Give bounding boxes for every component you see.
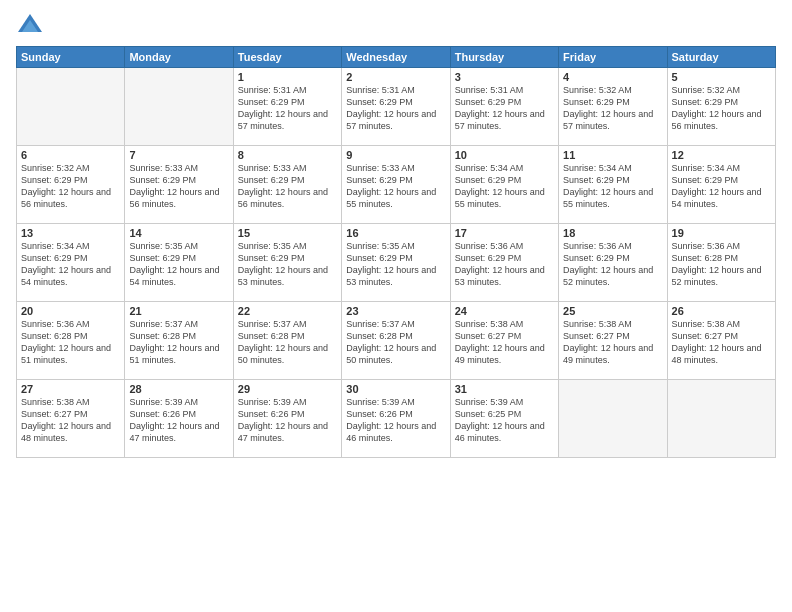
day-number: 1 bbox=[238, 71, 337, 83]
calendar-week-5: 27Sunrise: 5:38 AM Sunset: 6:27 PM Dayli… bbox=[17, 380, 776, 458]
calendar-cell: 28Sunrise: 5:39 AM Sunset: 6:26 PM Dayli… bbox=[125, 380, 233, 458]
day-info: Sunrise: 5:33 AM Sunset: 6:29 PM Dayligh… bbox=[129, 162, 228, 211]
calendar-cell: 19Sunrise: 5:36 AM Sunset: 6:28 PM Dayli… bbox=[667, 224, 775, 302]
calendar-cell: 5Sunrise: 5:32 AM Sunset: 6:29 PM Daylig… bbox=[667, 68, 775, 146]
day-number: 14 bbox=[129, 227, 228, 239]
calendar-week-3: 13Sunrise: 5:34 AM Sunset: 6:29 PM Dayli… bbox=[17, 224, 776, 302]
logo-icon bbox=[16, 12, 44, 40]
day-number: 9 bbox=[346, 149, 445, 161]
day-info: Sunrise: 5:34 AM Sunset: 6:29 PM Dayligh… bbox=[563, 162, 662, 211]
day-info: Sunrise: 5:36 AM Sunset: 6:28 PM Dayligh… bbox=[672, 240, 771, 289]
day-number: 15 bbox=[238, 227, 337, 239]
calendar-cell: 27Sunrise: 5:38 AM Sunset: 6:27 PM Dayli… bbox=[17, 380, 125, 458]
calendar-cell: 13Sunrise: 5:34 AM Sunset: 6:29 PM Dayli… bbox=[17, 224, 125, 302]
day-info: Sunrise: 5:33 AM Sunset: 6:29 PM Dayligh… bbox=[346, 162, 445, 211]
day-number: 16 bbox=[346, 227, 445, 239]
day-number: 2 bbox=[346, 71, 445, 83]
day-info: Sunrise: 5:31 AM Sunset: 6:29 PM Dayligh… bbox=[346, 84, 445, 133]
logo bbox=[16, 12, 48, 40]
day-number: 8 bbox=[238, 149, 337, 161]
calendar-cell bbox=[17, 68, 125, 146]
day-number: 12 bbox=[672, 149, 771, 161]
day-number: 6 bbox=[21, 149, 120, 161]
day-info: Sunrise: 5:32 AM Sunset: 6:29 PM Dayligh… bbox=[563, 84, 662, 133]
day-number: 11 bbox=[563, 149, 662, 161]
day-number: 25 bbox=[563, 305, 662, 317]
day-info: Sunrise: 5:39 AM Sunset: 6:26 PM Dayligh… bbox=[129, 396, 228, 445]
day-info: Sunrise: 5:38 AM Sunset: 6:27 PM Dayligh… bbox=[563, 318, 662, 367]
day-number: 7 bbox=[129, 149, 228, 161]
day-info: Sunrise: 5:31 AM Sunset: 6:29 PM Dayligh… bbox=[238, 84, 337, 133]
day-info: Sunrise: 5:34 AM Sunset: 6:29 PM Dayligh… bbox=[455, 162, 554, 211]
calendar-cell bbox=[559, 380, 667, 458]
day-header-thursday: Thursday bbox=[450, 47, 558, 68]
day-number: 29 bbox=[238, 383, 337, 395]
calendar-cell: 9Sunrise: 5:33 AM Sunset: 6:29 PM Daylig… bbox=[342, 146, 450, 224]
day-number: 23 bbox=[346, 305, 445, 317]
calendar-cell: 21Sunrise: 5:37 AM Sunset: 6:28 PM Dayli… bbox=[125, 302, 233, 380]
day-number: 17 bbox=[455, 227, 554, 239]
header bbox=[16, 12, 776, 40]
day-info: Sunrise: 5:35 AM Sunset: 6:29 PM Dayligh… bbox=[346, 240, 445, 289]
day-info: Sunrise: 5:35 AM Sunset: 6:29 PM Dayligh… bbox=[238, 240, 337, 289]
day-info: Sunrise: 5:32 AM Sunset: 6:29 PM Dayligh… bbox=[672, 84, 771, 133]
calendar-cell: 1Sunrise: 5:31 AM Sunset: 6:29 PM Daylig… bbox=[233, 68, 341, 146]
day-info: Sunrise: 5:37 AM Sunset: 6:28 PM Dayligh… bbox=[238, 318, 337, 367]
calendar-cell: 12Sunrise: 5:34 AM Sunset: 6:29 PM Dayli… bbox=[667, 146, 775, 224]
calendar-table: SundayMondayTuesdayWednesdayThursdayFrid… bbox=[16, 46, 776, 458]
day-info: Sunrise: 5:36 AM Sunset: 6:29 PM Dayligh… bbox=[563, 240, 662, 289]
calendar-cell: 20Sunrise: 5:36 AM Sunset: 6:28 PM Dayli… bbox=[17, 302, 125, 380]
day-info: Sunrise: 5:34 AM Sunset: 6:29 PM Dayligh… bbox=[21, 240, 120, 289]
calendar-cell: 15Sunrise: 5:35 AM Sunset: 6:29 PM Dayli… bbox=[233, 224, 341, 302]
calendar-cell: 25Sunrise: 5:38 AM Sunset: 6:27 PM Dayli… bbox=[559, 302, 667, 380]
day-number: 26 bbox=[672, 305, 771, 317]
day-info: Sunrise: 5:35 AM Sunset: 6:29 PM Dayligh… bbox=[129, 240, 228, 289]
day-number: 19 bbox=[672, 227, 771, 239]
day-number: 13 bbox=[21, 227, 120, 239]
day-info: Sunrise: 5:39 AM Sunset: 6:26 PM Dayligh… bbox=[238, 396, 337, 445]
calendar-cell: 29Sunrise: 5:39 AM Sunset: 6:26 PM Dayli… bbox=[233, 380, 341, 458]
calendar-cell: 16Sunrise: 5:35 AM Sunset: 6:29 PM Dayli… bbox=[342, 224, 450, 302]
day-number: 4 bbox=[563, 71, 662, 83]
calendar-cell: 17Sunrise: 5:36 AM Sunset: 6:29 PM Dayli… bbox=[450, 224, 558, 302]
day-header-sunday: Sunday bbox=[17, 47, 125, 68]
day-number: 21 bbox=[129, 305, 228, 317]
day-info: Sunrise: 5:36 AM Sunset: 6:28 PM Dayligh… bbox=[21, 318, 120, 367]
calendar-cell: 11Sunrise: 5:34 AM Sunset: 6:29 PM Dayli… bbox=[559, 146, 667, 224]
calendar-cell: 22Sunrise: 5:37 AM Sunset: 6:28 PM Dayli… bbox=[233, 302, 341, 380]
day-number: 30 bbox=[346, 383, 445, 395]
day-number: 28 bbox=[129, 383, 228, 395]
calendar-week-1: 1Sunrise: 5:31 AM Sunset: 6:29 PM Daylig… bbox=[17, 68, 776, 146]
calendar-cell: 10Sunrise: 5:34 AM Sunset: 6:29 PM Dayli… bbox=[450, 146, 558, 224]
day-number: 18 bbox=[563, 227, 662, 239]
day-number: 22 bbox=[238, 305, 337, 317]
day-header-tuesday: Tuesday bbox=[233, 47, 341, 68]
calendar-cell: 23Sunrise: 5:37 AM Sunset: 6:28 PM Dayli… bbox=[342, 302, 450, 380]
calendar-cell bbox=[125, 68, 233, 146]
calendar-cell bbox=[667, 380, 775, 458]
day-number: 3 bbox=[455, 71, 554, 83]
day-info: Sunrise: 5:39 AM Sunset: 6:26 PM Dayligh… bbox=[346, 396, 445, 445]
calendar-header-row: SundayMondayTuesdayWednesdayThursdayFrid… bbox=[17, 47, 776, 68]
day-info: Sunrise: 5:38 AM Sunset: 6:27 PM Dayligh… bbox=[672, 318, 771, 367]
calendar-cell: 18Sunrise: 5:36 AM Sunset: 6:29 PM Dayli… bbox=[559, 224, 667, 302]
day-number: 10 bbox=[455, 149, 554, 161]
calendar-cell: 14Sunrise: 5:35 AM Sunset: 6:29 PM Dayli… bbox=[125, 224, 233, 302]
calendar-cell: 31Sunrise: 5:39 AM Sunset: 6:25 PM Dayli… bbox=[450, 380, 558, 458]
day-info: Sunrise: 5:34 AM Sunset: 6:29 PM Dayligh… bbox=[672, 162, 771, 211]
day-header-wednesday: Wednesday bbox=[342, 47, 450, 68]
day-info: Sunrise: 5:31 AM Sunset: 6:29 PM Dayligh… bbox=[455, 84, 554, 133]
day-number: 31 bbox=[455, 383, 554, 395]
day-header-monday: Monday bbox=[125, 47, 233, 68]
day-header-friday: Friday bbox=[559, 47, 667, 68]
day-info: Sunrise: 5:39 AM Sunset: 6:25 PM Dayligh… bbox=[455, 396, 554, 445]
calendar-week-4: 20Sunrise: 5:36 AM Sunset: 6:28 PM Dayli… bbox=[17, 302, 776, 380]
calendar-cell: 26Sunrise: 5:38 AM Sunset: 6:27 PM Dayli… bbox=[667, 302, 775, 380]
calendar-cell: 8Sunrise: 5:33 AM Sunset: 6:29 PM Daylig… bbox=[233, 146, 341, 224]
calendar-cell: 24Sunrise: 5:38 AM Sunset: 6:27 PM Dayli… bbox=[450, 302, 558, 380]
calendar-cell: 3Sunrise: 5:31 AM Sunset: 6:29 PM Daylig… bbox=[450, 68, 558, 146]
day-info: Sunrise: 5:36 AM Sunset: 6:29 PM Dayligh… bbox=[455, 240, 554, 289]
page: SundayMondayTuesdayWednesdayThursdayFrid… bbox=[0, 0, 792, 612]
calendar-cell: 4Sunrise: 5:32 AM Sunset: 6:29 PM Daylig… bbox=[559, 68, 667, 146]
day-number: 27 bbox=[21, 383, 120, 395]
